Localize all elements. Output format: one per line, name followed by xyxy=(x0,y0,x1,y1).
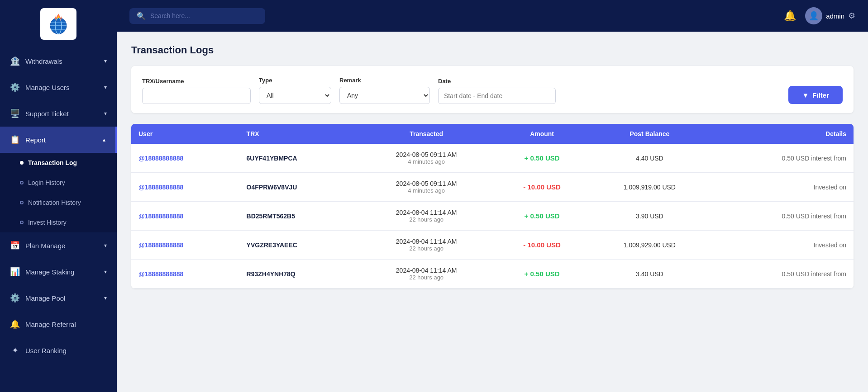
sidebar-item-label: Support Ticket xyxy=(25,110,69,118)
cell-post-balance: 1,009,919.00 USD xyxy=(589,173,710,202)
settings-icon[interactable]: ⚙ xyxy=(848,11,855,21)
sidebar-item-manage-staking[interactable]: 📊 Manage Staking ▾ xyxy=(0,259,117,285)
main-wrap: 🔍 🔔 👤 admin ⚙ Transaction Logs TRX/Usern… xyxy=(117,0,868,392)
filter-card: TRX/Username Type All Credit Debit Remar… xyxy=(131,66,854,113)
sidebar-item-report[interactable]: 📋 Report ▴ xyxy=(0,127,117,153)
type-label: Type xyxy=(259,77,331,84)
sidebar-item-withdrawals[interactable]: 🏦 Withdrawals ▾ xyxy=(0,48,117,74)
sidebar-item-manage-users[interactable]: ⚙️ Manage Users ▾ xyxy=(0,74,117,100)
sidebar-item-user-ranking[interactable]: ✦ User Ranking xyxy=(0,337,117,364)
date-input[interactable] xyxy=(438,88,556,104)
page-title: Transaction Logs xyxy=(131,44,854,56)
sub-item-label: Notification History xyxy=(28,199,81,206)
cell-post-balance: 3.40 USD xyxy=(589,260,710,288)
remark-filter-group: Remark Any Interest Investment Withdrawa… xyxy=(339,77,430,104)
user-link[interactable]: @18888888888 xyxy=(138,270,183,278)
sidebar-item-label: User Ranking xyxy=(25,347,67,354)
table-header-row: User TRX Transacted Amount Post Balance … xyxy=(131,124,854,144)
main-content: Transaction Logs TRX/Username Type All C… xyxy=(117,32,868,392)
user-link[interactable]: @18888888888 xyxy=(138,184,183,191)
col-amount: Amount xyxy=(495,124,589,144)
trx-code: R93ZH4YNH78Q xyxy=(247,270,296,278)
search-input[interactable] xyxy=(150,12,258,19)
sidebar-item-label: Report xyxy=(25,136,46,144)
sub-item-label: Transaction Log xyxy=(28,159,77,166)
user-link[interactable]: @18888888888 xyxy=(138,241,183,249)
cell-user[interactable]: @18888888888 xyxy=(131,144,239,173)
cell-user[interactable]: @18888888888 xyxy=(131,202,239,231)
user-link[interactable]: @18888888888 xyxy=(138,213,183,220)
bell-icon[interactable]: 🔔 xyxy=(784,10,796,22)
table-row: @18888888888 6UYF41YBMPCA 2024-08-05 09:… xyxy=(131,144,854,173)
support-icon: 🖥️ xyxy=(10,109,20,118)
chevron-down-icon: ▾ xyxy=(104,110,107,117)
remark-label: Remark xyxy=(339,77,430,84)
sidebar-item-manage-pool[interactable]: ⚙️ Manage Pool ▾ xyxy=(0,285,117,311)
sidebar-item-label: Plan Manage xyxy=(25,242,65,250)
search-bar[interactable]: 🔍 xyxy=(129,8,265,24)
dot-icon xyxy=(20,221,24,224)
staking-icon: 📊 xyxy=(10,267,20,277)
transacted-date: 2024-08-05 09:11 AM xyxy=(365,180,488,187)
sidebar-item-notification-history[interactable]: Notification History xyxy=(0,193,117,213)
col-transacted: Transacted xyxy=(358,124,495,144)
cell-amount: + 0.50 USD xyxy=(495,260,589,288)
sidebar-item-label: Manage Staking xyxy=(25,268,74,276)
referral-icon: 🔔 xyxy=(10,319,20,329)
cell-details: 0.50 USD interest from xyxy=(710,202,854,231)
cell-amount: - 10.00 USD xyxy=(495,231,589,260)
transacted-ago: 22 hours ago xyxy=(365,216,488,223)
cell-user[interactable]: @18888888888 xyxy=(131,231,239,260)
amount-value: + 0.50 USD xyxy=(525,270,560,278)
filter-btn-label: Filter xyxy=(812,91,829,99)
dot-icon xyxy=(20,201,24,204)
type-select[interactable]: All Credit Debit xyxy=(259,87,331,104)
cell-post-balance: 1,009,929.00 USD xyxy=(589,231,710,260)
table-row: @18888888888 R93ZH4YNH78Q 2024-08-04 11:… xyxy=(131,260,854,288)
dot-icon xyxy=(20,181,24,184)
trx-code: 6UYF41YBMPCA xyxy=(247,155,297,162)
logo-icon xyxy=(40,8,76,40)
amount-value: - 10.00 USD xyxy=(523,183,561,191)
chevron-down-icon: ▾ xyxy=(104,269,107,275)
transacted-ago: 22 hours ago xyxy=(365,245,488,252)
table-row: @18888888888 O4FPRW6V8VJU 2024-08-05 09:… xyxy=(131,173,854,202)
trx-code: O4FPRW6V8VJU xyxy=(247,184,297,191)
remark-select[interactable]: Any Interest Investment Withdrawal Depos… xyxy=(339,87,430,104)
cell-details: Invested on xyxy=(710,231,854,260)
cell-transacted: 2024-08-05 09:11 AM 4 minutes ago xyxy=(358,173,495,202)
sidebar-item-label: Manage Users xyxy=(25,84,70,91)
col-trx: TRX xyxy=(239,124,358,144)
sidebar-item-plan-manage[interactable]: 📅 Plan Manage ▾ xyxy=(0,232,117,259)
sidebar: 🏦 Withdrawals ▾ ⚙️ Manage Users ▾ 🖥️ Sup… xyxy=(0,0,117,392)
col-post-balance: Post Balance xyxy=(589,124,710,144)
cell-trx: BD25RMT562B5 xyxy=(239,202,358,231)
sidebar-item-transaction-log[interactable]: Transaction Log xyxy=(0,153,117,173)
chevron-down-icon: ▾ xyxy=(104,242,107,249)
cell-trx: O4FPRW6V8VJU xyxy=(239,173,358,202)
cell-user[interactable]: @18888888888 xyxy=(131,173,239,202)
sidebar-item-invest-history[interactable]: Invest History xyxy=(0,213,117,232)
cell-amount: + 0.50 USD xyxy=(495,144,589,173)
chevron-up-icon: ▴ xyxy=(103,137,105,143)
cell-amount: - 10.00 USD xyxy=(495,173,589,202)
user-link[interactable]: @18888888888 xyxy=(138,155,183,162)
cell-transacted: 2024-08-04 11:14 AM 22 hours ago xyxy=(358,260,495,288)
sidebar-item-support-ticket[interactable]: 🖥️ Support Ticket ▾ xyxy=(0,100,117,127)
manage-users-icon: ⚙️ xyxy=(10,82,20,92)
topbar: 🔍 🔔 👤 admin ⚙ xyxy=(117,0,868,32)
cell-trx: R93ZH4YNH78Q xyxy=(239,260,358,288)
table-row: @18888888888 BD25RMT562B5 2024-08-04 11:… xyxy=(131,202,854,231)
chevron-down-icon: ▾ xyxy=(104,58,107,64)
cell-user[interactable]: @18888888888 xyxy=(131,260,239,288)
filter-button[interactable]: ▼ Filter xyxy=(788,86,843,104)
sidebar-item-login-history[interactable]: Login History xyxy=(0,173,117,193)
sidebar-item-manage-referral[interactable]: 🔔 Manage Referral xyxy=(0,311,117,337)
date-filter-group: Date xyxy=(438,78,556,104)
trx-input[interactable] xyxy=(142,88,251,104)
amount-value: - 10.00 USD xyxy=(523,241,561,249)
chevron-down-icon: ▾ xyxy=(104,84,107,90)
amount-value: + 0.50 USD xyxy=(525,154,560,162)
type-filter-group: Type All Credit Debit xyxy=(259,77,331,104)
report-icon: 📋 xyxy=(10,135,20,145)
